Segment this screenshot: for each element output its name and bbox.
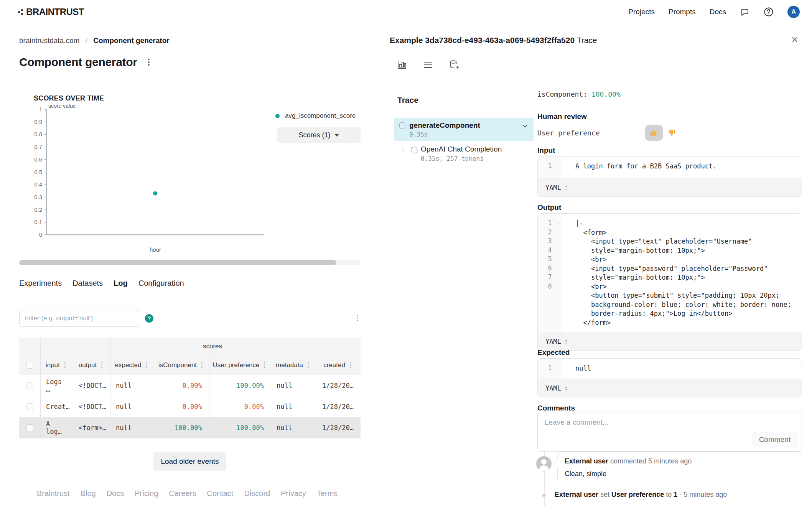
col-metadata: metadata [276, 361, 303, 369]
footer-link-docs[interactable]: Docs [107, 489, 124, 498]
footer-link-braintrust[interactable]: Braintrust [37, 489, 70, 498]
nav-docs[interactable]: Docs [710, 8, 726, 16]
footer-link-contact[interactable]: Contact [207, 489, 233, 498]
chart-view-icon[interactable] [397, 59, 407, 70]
col-user-preference-menu[interactable] [262, 360, 267, 370]
load-older-events-button[interactable]: Load older events [153, 452, 226, 471]
row-checkbox[interactable] [26, 424, 33, 431]
col-user-preference: User preference [213, 361, 260, 369]
col-expected-menu[interactable] [144, 360, 150, 370]
legend-dot-icon [275, 114, 280, 118]
trace-connector-line [402, 141, 407, 151]
table-row[interactable]: Logs … <!DOCT… null 0.00% 100.00% null 1… [19, 375, 361, 396]
tab-experiments[interactable]: Experiments [19, 279, 62, 288]
tab-log[interactable]: Log [114, 279, 128, 288]
chart-scrollbar-thumb[interactable] [19, 260, 336, 265]
page-title: Component generator [19, 56, 137, 69]
filter-input[interactable] [19, 310, 139, 327]
add-to-dataset-icon[interactable] [449, 59, 460, 70]
col-iscomponent-menu[interactable] [199, 360, 205, 370]
chart-data-point[interactable] [153, 191, 157, 196]
col-output-menu[interactable] [99, 360, 105, 370]
chart-scrollbar[interactable] [19, 260, 361, 265]
feedback-chat-icon[interactable] [740, 7, 750, 17]
input-format-select[interactable]: YAML ▴▾ [538, 178, 802, 196]
output-format-select[interactable]: YAML ▴▾ [538, 332, 802, 350]
nav-prompts[interactable]: Prompts [669, 8, 696, 16]
nav-projects[interactable]: Projects [628, 8, 655, 16]
tab-configuration[interactable]: Configuration [138, 279, 184, 288]
svg-text:0.6: 0.6 [34, 156, 42, 163]
expected-format-select[interactable]: YAML ▴▾ [538, 379, 802, 397]
table-row[interactable]: Creat… <!DOCT… null 0.00% 0.00% null 1/2… [19, 396, 361, 417]
table-row-selected[interactable]: A log… <form>… null 100.00% 100.00% null… [19, 417, 361, 438]
thumbs-down-button[interactable] [663, 125, 680, 141]
col-expected: expected [115, 361, 142, 369]
comment-submit-button[interactable]: Comment [753, 432, 797, 447]
output-value[interactable]: |- <form> <input type="text" placeholder… [562, 214, 802, 332]
span-meta: 0.35s, 257 tokens [421, 155, 484, 162]
svg-text:0.9: 0.9 [34, 119, 42, 125]
chevron-down-icon [334, 134, 339, 137]
line-number: 1 [538, 364, 562, 373]
filter-help-icon[interactable]: ? [145, 314, 153, 323]
span-checkbox[interactable] [399, 122, 405, 129]
footer-link-discord[interactable]: Discord [244, 489, 270, 498]
input-value: A login form for a B2B SaaS product. [575, 162, 795, 171]
footer-link-terms[interactable]: Terms [317, 489, 338, 498]
col-input: input [46, 361, 60, 369]
site-footer: Braintrust Blog Docs Pricing Careers Con… [37, 489, 338, 498]
comment-header: External user commented 5 minutes ago [565, 457, 795, 465]
comment-card: External user commented 5 minutes ago Cl… [557, 452, 802, 482]
chevron-down-icon[interactable] [522, 123, 528, 130]
footer-link-careers[interactable]: Careers [169, 489, 196, 498]
score-summary: isComponent: 100.00% [537, 90, 621, 98]
breadcrumb: braintrustdata.com / Component generator [19, 36, 170, 45]
line-number: 1 [538, 162, 562, 171]
footer-link-pricing[interactable]: Pricing [135, 489, 158, 498]
project-tabs: Experiments Datasets Log Configuration [19, 279, 184, 288]
braintrust-logo[interactable]: BRAINTRUST [18, 7, 84, 17]
timeline-dot-icon [542, 494, 546, 497]
chart-legend: avg_iscomponent_score [275, 112, 380, 120]
trace-panel: Example 3da738cd-e493-463a-a069-5493f2ff… [380, 24, 812, 506]
select-all-checkbox[interactable] [26, 362, 33, 369]
row-checkbox[interactable] [26, 382, 33, 389]
select-arrows-icon: ▴▾ [565, 185, 567, 191]
chat-bubble-icon [410, 146, 418, 156]
chart-x-axis-label: hour [134, 246, 176, 253]
list-view-icon[interactable] [423, 59, 433, 70]
user-avatar[interactable]: A [787, 6, 800, 18]
svg-text:0.1: 0.1 [34, 219, 42, 225]
output-codebox: 1⌄2345678 |- <form> <input type="text" p… [537, 213, 802, 351]
table-options-button[interactable] [355, 313, 361, 323]
col-input-menu[interactable] [62, 360, 68, 370]
svg-text:0.5: 0.5 [34, 169, 42, 175]
col-created-menu[interactable] [348, 360, 353, 370]
trace-span-generatecomponent[interactable]: generateComponent 0.35s [394, 118, 534, 141]
select-arrows-icon: ▴▾ [565, 338, 567, 344]
footer-link-blog[interactable]: Blog [81, 489, 96, 498]
scores-dropdown[interactable]: Scores (1) [277, 127, 361, 143]
output-heading: Output [537, 203, 561, 212]
svg-text:0.8: 0.8 [34, 131, 42, 137]
trace-section-title: Trace [397, 96, 418, 105]
tab-datasets[interactable]: Datasets [72, 279, 103, 288]
svg-text:0.7: 0.7 [34, 143, 42, 150]
expected-codebox: 1 null YAML ▴▾ [537, 358, 802, 397]
thumbs-up-button[interactable] [645, 125, 663, 141]
breadcrumb-org[interactable]: braintrustdata.com [19, 36, 79, 45]
legend-series-label[interactable]: avg_iscomponent_score [285, 112, 356, 120]
svg-text:0.2: 0.2 [34, 206, 42, 213]
help-icon[interactable] [764, 7, 774, 17]
expected-value: null [575, 364, 795, 373]
project-menu-button[interactable] [146, 56, 152, 68]
row-checkbox[interactable] [26, 403, 33, 410]
comment-editor: Comment [537, 412, 802, 452]
input-codebox: 1 A login form for a B2B SaaS product. Y… [537, 156, 802, 197]
input-heading: Input [537, 146, 555, 155]
project-panel: braintrustdata.com / Component generator… [0, 24, 380, 506]
footer-link-privacy[interactable]: Privacy [281, 489, 306, 498]
col-metadata-menu[interactable] [305, 360, 311, 370]
top-nav: BRAINTRUST Projects Prompts Docs A [0, 0, 812, 24]
